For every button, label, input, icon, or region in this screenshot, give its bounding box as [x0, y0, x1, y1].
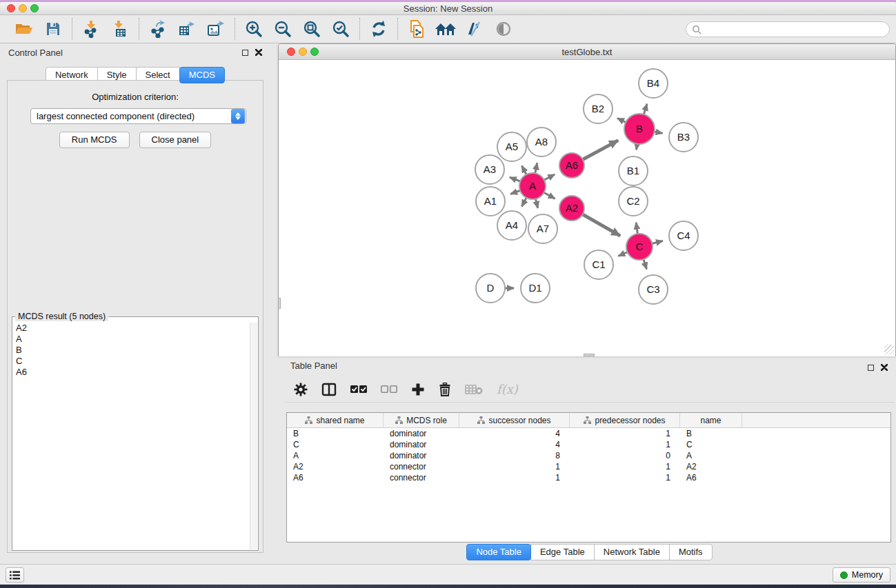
column-header-predecessor-nodes[interactable]: predecessor nodes [570, 413, 680, 427]
result-scrollbar[interactable] [250, 323, 257, 549]
import-network-icon [82, 20, 100, 38]
cell: dominator [384, 429, 459, 438]
delete-columns-button[interactable] [439, 383, 451, 396]
network-view-window: testGlobe.txt B4B2BB3A5A8A6B1A3AC2A1A2A4… [278, 43, 896, 356]
trash-icon [439, 383, 451, 396]
deselect-all-columns-button[interactable] [381, 385, 397, 394]
home-button[interactable] [434, 18, 457, 40]
table-row[interactable]: Bdominator41B [287, 428, 890, 439]
column-type-icon [395, 416, 403, 424]
result-item-c[interactable]: C [14, 356, 249, 367]
node-label-A2: A2 [566, 202, 578, 214]
import-network-button[interactable] [79, 18, 103, 40]
export-network-button[interactable] [146, 18, 170, 40]
result-item-a2[interactable]: A2 [14, 323, 249, 334]
result-item-a6[interactable]: A6 [14, 367, 249, 378]
search-input[interactable] [686, 21, 890, 37]
node-label-A: A [529, 180, 536, 192]
zoom-in-button[interactable] [242, 18, 266, 40]
window-resize-grip[interactable] [884, 345, 894, 354]
close-table-panel-icon[interactable] [881, 364, 888, 371]
node-label-A3: A3 [484, 163, 496, 175]
tab-node-table[interactable]: Node Table [466, 544, 531, 560]
zoom-fit-button[interactable] [300, 18, 323, 40]
cell: 1 [570, 473, 680, 483]
tab-network-table[interactable]: Network Table [594, 544, 670, 560]
tab-mcds[interactable]: MCDS [179, 67, 225, 83]
zoom-fit-icon [303, 20, 321, 38]
table-row[interactable]: A6connector11A6 [287, 472, 890, 483]
node-label-A1: A1 [484, 195, 497, 207]
gear-icon [294, 383, 308, 396]
node-label-D1: D1 [528, 282, 541, 294]
mcds-result-list[interactable]: A2ABCA6 [14, 323, 249, 549]
cell: B [287, 429, 384, 438]
node-label-A8: A8 [535, 136, 548, 148]
toggle-columns-button[interactable] [321, 383, 337, 396]
search-icon [692, 25, 701, 34]
function-builder-button[interactable]: f(x) [497, 382, 518, 396]
result-item-a[interactable]: A [14, 334, 249, 345]
window-left-grip[interactable] [278, 298, 281, 309]
network-canvas[interactable]: B4B2BB3A5A8A6B1A3AC2A1A2A4A7C4CC1DD1C3 [279, 60, 895, 356]
export-table-icon [178, 20, 196, 38]
close-panel-icon[interactable] [255, 49, 262, 56]
cell: A2 [680, 462, 742, 472]
node-label-A4: A4 [506, 219, 518, 231]
save-session-button[interactable] [41, 18, 65, 40]
table-header-row: shared nameMCDS rolesuccessor nodesprede… [287, 413, 890, 428]
zoom-out-button[interactable] [271, 18, 295, 40]
column-header-shared-name[interactable]: shared name [287, 413, 384, 427]
window-bottom-grip[interactable] [584, 354, 595, 356]
hide-graphics-details-button[interactable] [463, 18, 486, 40]
network-window-title: testGlobe.txt [279, 47, 895, 57]
column-header-MCDS-role[interactable]: MCDS role [384, 413, 459, 427]
node-label-C: C [636, 241, 644, 252]
float-panel-icon[interactable] [242, 50, 248, 56]
cell: A [680, 451, 742, 460]
cell: 0 [570, 451, 680, 460]
memory-button[interactable]: Memory [833, 567, 890, 582]
unchecked-boxes-icon [381, 385, 397, 394]
network-window-titlebar[interactable]: testGlobe.txt [279, 44, 895, 60]
float-table-panel-icon[interactable] [868, 365, 874, 371]
node-label-A6: A6 [566, 159, 578, 171]
clone-network-button[interactable] [405, 18, 428, 40]
plus-icon [411, 383, 425, 396]
home-icon [435, 21, 457, 37]
app-title: Session: New Session [0, 3, 896, 14]
cell: A6 [680, 473, 742, 483]
node-label-C1: C1 [592, 258, 605, 270]
tab-edge-table[interactable]: Edge Table [530, 544, 595, 560]
import-table-button[interactable] [108, 18, 132, 40]
cell: 1 [570, 440, 680, 449]
close-panel-button[interactable]: Close panel [139, 132, 212, 148]
table-row[interactable]: Cdominator41C [287, 439, 890, 450]
birds-eye-view-button[interactable] [492, 18, 515, 40]
refresh-button[interactable] [367, 18, 390, 40]
task-history-button[interactable] [6, 567, 24, 582]
hide-graphics-details-icon [466, 21, 484, 37]
column-header-name[interactable]: name [680, 413, 742, 427]
table-row[interactable]: A2connector11A2 [287, 461, 890, 472]
cell: A6 [287, 473, 384, 483]
export-image-button[interactable] [204, 18, 228, 40]
add-column-button[interactable] [411, 383, 425, 396]
table-settings-button[interactable] [294, 383, 308, 396]
export-table-button[interactable] [175, 18, 199, 40]
cell: A2 [287, 462, 384, 472]
run-mcds-button[interactable]: Run MCDS [59, 132, 130, 148]
open-folder-icon [14, 21, 34, 37]
tab-motifs[interactable]: Motifs [669, 544, 713, 560]
node-label-B4: B4 [647, 77, 659, 89]
node-table: shared nameMCDS rolesuccessor nodesprede… [286, 412, 891, 543]
criterion-select[interactable]: largest connected component (directed) [30, 108, 246, 124]
cell: connector [384, 473, 459, 483]
select-all-columns-button[interactable] [350, 385, 367, 394]
zoom-selected-button[interactable] [329, 18, 352, 40]
open-file-button[interactable] [12, 18, 36, 40]
column-header-successor-nodes[interactable]: successor nodes [459, 413, 570, 427]
result-item-b[interactable]: B [14, 345, 249, 356]
delete-table-button[interactable] [465, 383, 483, 396]
table-row[interactable]: Adominator80A [287, 450, 890, 461]
